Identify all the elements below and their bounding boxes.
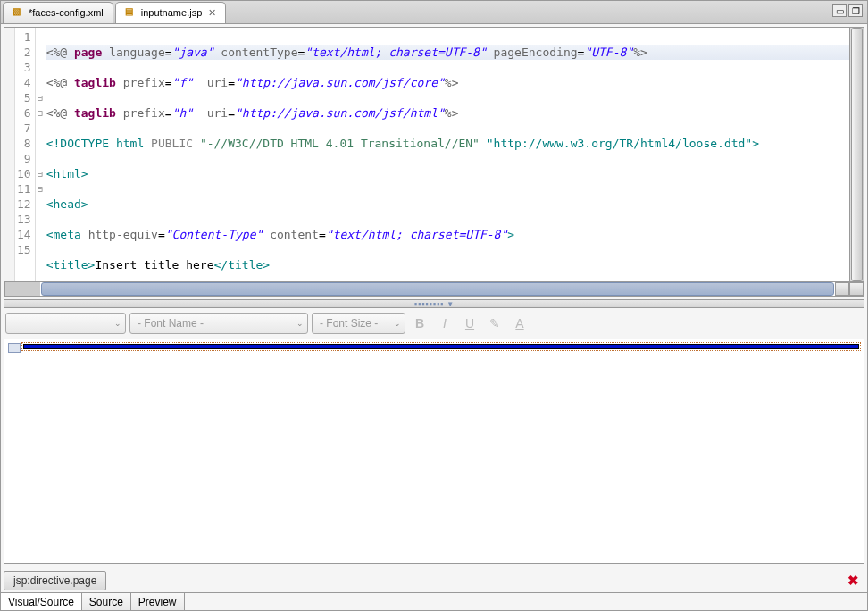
delete-icon[interactable]: ✖ xyxy=(847,573,859,589)
chevron-updown-icon: ⌄ xyxy=(394,319,401,328)
marker-ruler xyxy=(4,28,15,281)
horizontal-scrollbar[interactable] xyxy=(4,281,864,296)
font-size-value: - Font Size - xyxy=(320,317,378,330)
text-color-button[interactable]: A xyxy=(509,313,530,334)
font-name-select[interactable]: - Font Name -⌄ xyxy=(129,313,308,334)
italic-button[interactable]: I xyxy=(434,313,455,334)
tab-label: inputname.jsp xyxy=(141,7,203,18)
tab-source[interactable]: Source xyxy=(82,593,131,611)
vertical-scrollbar[interactable] xyxy=(849,28,864,281)
jsp-file-icon: ▤ xyxy=(125,6,138,19)
fold-column[interactable]: ⊟⊟⊟⊟ xyxy=(36,28,45,281)
visual-preview[interactable] xyxy=(4,339,864,564)
tab-preview[interactable]: Preview xyxy=(131,593,185,611)
code-area[interactable]: <%@ page language="java" contentType="te… xyxy=(45,28,849,281)
xml-file-icon: ▧ xyxy=(13,6,25,19)
chevron-updown-icon: ⌄ xyxy=(114,319,121,328)
highlight-color-button[interactable]: ✎ xyxy=(484,313,505,334)
preview-canvas[interactable] xyxy=(21,342,861,351)
tab-label: *faces-config.xml xyxy=(29,7,104,18)
maximize-button[interactable]: ❐ xyxy=(848,4,863,17)
editor-mode-tabs: Visual/Source Source Preview xyxy=(1,592,867,611)
chevron-updown-icon: ⌄ xyxy=(296,319,304,328)
grip-icon: ▪▪▪▪▪▪▪▪ xyxy=(414,299,445,308)
view-root-icon xyxy=(8,343,21,353)
tab-visual-source[interactable]: Visual/Source xyxy=(1,593,82,611)
breadcrumb-bar: jsp:directive.page ✖ xyxy=(4,569,864,592)
selection-bar xyxy=(23,344,859,349)
style-select[interactable]: ⌄ xyxy=(5,313,126,334)
bold-button[interactable]: B xyxy=(409,313,430,334)
editor-tab-bar: ▧ *faces-config.xml ▤ inputname.jsp ✕ ▭ … xyxy=(1,1,867,24)
tab-inputname-jsp[interactable]: ▤ inputname.jsp ✕ xyxy=(115,2,227,23)
window-controls: ▭ ❐ xyxy=(832,4,863,17)
tab-faces-config[interactable]: ▧ *faces-config.xml xyxy=(3,2,113,23)
chevron-down-icon: ▼ xyxy=(447,300,454,308)
line-number-gutter: 123456789101112131415 xyxy=(15,28,36,281)
breadcrumb-node[interactable]: jsp:directive.page xyxy=(4,571,106,590)
close-icon[interactable]: ✕ xyxy=(208,7,216,19)
underline-button[interactable]: U xyxy=(459,313,480,334)
format-toolbar: ⌄ - Font Name -⌄ - Font Size -⌄ B I U ✎ … xyxy=(4,310,864,337)
pane-sash[interactable]: ▪▪▪▪▪▪▪▪ ▼ xyxy=(4,299,864,308)
font-size-select[interactable]: - Font Size -⌄ xyxy=(312,313,405,334)
minimize-button[interactable]: ▭ xyxy=(832,4,847,17)
source-editor: 123456789101112131415 ⊟⊟⊟⊟ <%@ page lang… xyxy=(4,27,864,297)
font-name-value: - Font Name - xyxy=(138,317,204,330)
